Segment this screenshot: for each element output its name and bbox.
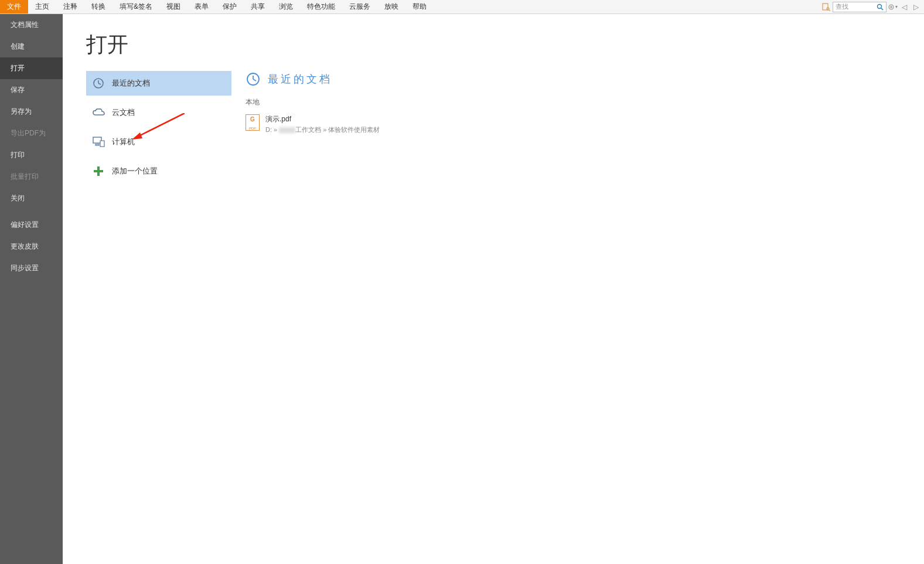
search-and-nav: 查找 ▾ ◁ ▷ <box>822 0 924 13</box>
sidebar-item-create[interactable]: 创建 <box>0 36 63 57</box>
svg-line-4 <box>881 8 883 10</box>
open-locations-panel: 打开 最近的文档 云文档 计算机 添加一个位置 <box>63 14 231 564</box>
sidebar-item-save-as[interactable]: 另存为 <box>0 101 63 123</box>
nav-back-icon[interactable]: ◁ <box>898 1 910 13</box>
tab-home[interactable]: 主页 <box>28 0 56 13</box>
svg-line-9 <box>98 83 101 84</box>
tab-protect[interactable]: 保护 <box>216 0 244 13</box>
sidebar-item-skin[interactable]: 更改皮肤 <box>0 236 63 257</box>
search-icon[interactable] <box>874 1 886 13</box>
tab-browse[interactable]: 浏览 <box>272 0 300 13</box>
location-label: 最近的文档 <box>112 78 150 89</box>
nav-fwd-icon[interactable]: ▷ <box>910 1 922 13</box>
tab-comment[interactable]: 注释 <box>56 0 84 13</box>
sidebar-item-close[interactable]: 关闭 <box>0 188 63 209</box>
svg-point-3 <box>878 4 882 8</box>
page-title: 打开 <box>86 30 231 59</box>
pdf-file-icon: G PDF <box>246 114 260 131</box>
svg-line-19 <box>253 79 256 81</box>
tab-help[interactable]: 帮助 <box>405 0 434 13</box>
search-box[interactable]: 查找 <box>833 2 887 12</box>
sidebar-item-doc-properties[interactable]: 文档属性 <box>0 14 63 36</box>
sidebar-item-preferences[interactable]: 偏好设置 <box>0 214 63 236</box>
tab-view[interactable]: 视图 <box>159 0 187 13</box>
sidebar-gap <box>0 209 63 214</box>
recent-section-label: 本地 <box>246 97 910 107</box>
file-info: 演示.pdf D: » 工作文档 » 体验软件使用素材 <box>265 114 380 134</box>
sidebar-item-save[interactable]: 保存 <box>0 79 63 101</box>
gear-icon[interactable]: ▾ <box>887 1 898 13</box>
recent-file-item[interactable]: G PDF 演示.pdf D: » 工作文档 » 体验软件使用素材 <box>246 112 910 137</box>
svg-rect-16 <box>94 170 103 172</box>
sidebar-item-open[interactable]: 打开 <box>0 57 63 79</box>
clock-icon <box>92 77 105 90</box>
sidebar-item-sync[interactable]: 同步设置 <box>0 257 63 279</box>
location-label: 云文档 <box>112 107 135 118</box>
clock-icon <box>246 72 261 87</box>
svg-rect-0 <box>823 4 828 10</box>
svg-rect-12 <box>100 141 104 147</box>
location-recent[interactable]: 最近的文档 <box>86 71 231 96</box>
sidebar-item-batch-print[interactable]: 批量打印 <box>0 166 63 188</box>
location-add[interactable]: 添加一个位置 <box>86 159 231 184</box>
ribbon-tabs: 文件 主页 注释 转换 填写&签名 视图 表单 保护 共享 浏览 特色功能 云服… <box>0 0 924 14</box>
file-name: 演示.pdf <box>265 114 380 124</box>
svg-point-5 <box>889 5 894 9</box>
computer-icon <box>92 135 105 148</box>
cloud-icon <box>92 106 105 119</box>
search-placeholder: 查找 <box>833 2 874 11</box>
sidebar-item-print[interactable]: 打印 <box>0 144 63 166</box>
sidebar-item-export-pdf[interactable]: 导出PDF为 <box>0 123 63 144</box>
blurred-segment <box>279 127 295 133</box>
svg-rect-11 <box>96 144 99 145</box>
file-path: D: » 工作文档 » 体验软件使用素材 <box>265 125 380 134</box>
location-cloud[interactable]: 云文档 <box>86 100 231 125</box>
tab-file[interactable]: 文件 <box>0 0 28 13</box>
location-computer[interactable]: 计算机 <box>86 130 231 154</box>
tab-form[interactable]: 表单 <box>187 0 216 13</box>
doc-search-icon[interactable] <box>822 3 830 11</box>
tab-cloud[interactable]: 云服务 <box>342 0 377 13</box>
tab-convert[interactable]: 转换 <box>84 0 112 13</box>
svg-point-6 <box>890 6 892 8</box>
tab-play[interactable]: 放映 <box>377 0 405 13</box>
recent-header: 最近的文档 <box>246 72 910 87</box>
tab-special[interactable]: 特色功能 <box>300 0 342 13</box>
tab-fill-sign[interactable]: 填写&签名 <box>112 0 159 13</box>
recent-files-panel: 最近的文档 本地 G PDF 演示.pdf D: » 工作文档 » 体验软件使用… <box>231 14 924 564</box>
svg-line-2 <box>829 10 830 11</box>
location-label: 计算机 <box>112 137 135 147</box>
main-area: 文档属性 创建 打开 保存 另存为 导出PDF为 打印 批量打印 关闭 偏好设置… <box>0 14 924 564</box>
location-label: 添加一个位置 <box>112 166 158 176</box>
recent-header-text: 最近的文档 <box>268 72 332 86</box>
tab-share[interactable]: 共享 <box>244 0 272 13</box>
sidebar: 文档属性 创建 打开 保存 另存为 导出PDF为 打印 批量打印 关闭 偏好设置… <box>0 14 63 564</box>
plus-icon <box>92 165 105 178</box>
